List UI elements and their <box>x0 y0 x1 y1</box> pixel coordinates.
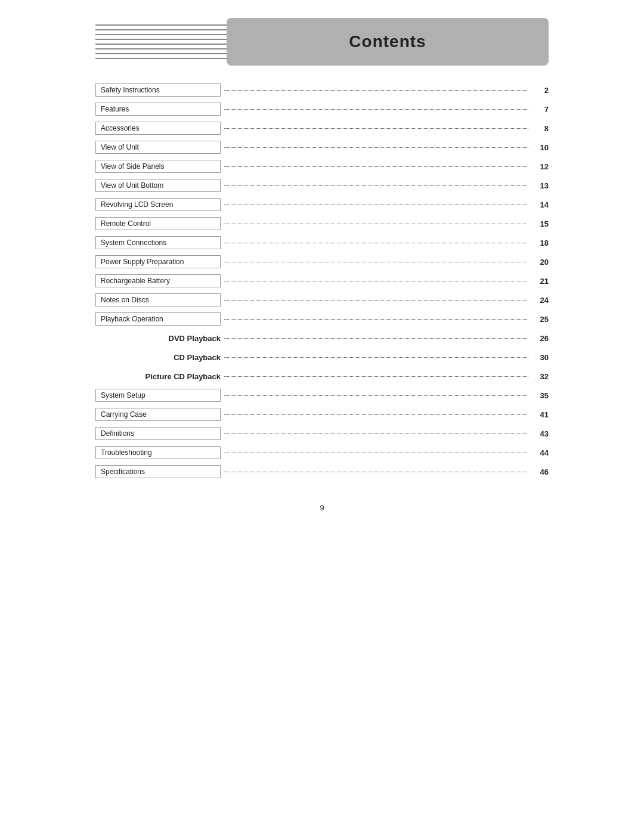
toc-page-number: 43 <box>532 429 549 438</box>
toc-row: Specifications ……………………………………………… 46 <box>95 464 549 479</box>
toc-dots: ……………………………………………… <box>224 205 528 205</box>
toc-page-number: 41 <box>532 410 549 419</box>
toc-row: View of Side Panels ……………………………………………… 1… <box>95 159 549 174</box>
toc-label[interactable]: Rechargeable Battery <box>95 274 221 287</box>
toc-row: Notes on Discs ……………………………………………… 24 <box>95 292 549 308</box>
toc-label[interactable]: Specifications <box>95 465 221 478</box>
toc-label[interactable]: Safety Instructions <box>95 83 221 97</box>
toc-page-number: 30 <box>532 353 549 362</box>
toc-row: Rechargeable Battery ……………………………………………… … <box>95 273 549 289</box>
toc-row: Remote Control ……………………………………………… 15 <box>95 216 549 231</box>
toc-dots: ……………………………………………… <box>224 109 528 110</box>
toc-dots: ……………………………………………… <box>224 414 528 415</box>
toc-label[interactable]: View of Side Panels <box>95 160 221 173</box>
page-title: Contents <box>349 32 426 51</box>
toc-row: System Connections ……………………………………………… 18 <box>95 235 549 250</box>
header-line-7 <box>95 53 227 54</box>
toc-dots: ……………………………………………… <box>224 262 528 262</box>
toc-row-sub: Picture CD Playback ……………………………………………… 3… <box>95 368 549 384</box>
toc-row: Definitions ……………………………………………… 43 <box>95 426 549 441</box>
toc-row: System Setup ……………………………………………… 35 <box>95 388 549 403</box>
toc-dots: ……………………………………………… <box>224 147 528 148</box>
toc-sub-label: Picture CD Playback <box>95 372 221 381</box>
toc-row: View of Unit ……………………………………………… 10 <box>95 140 549 155</box>
toc-page-number: 15 <box>532 219 549 228</box>
toc-label[interactable]: Features <box>95 103 221 116</box>
header-line-8 <box>95 58 227 59</box>
toc-dots: ……………………………………………… <box>224 338 528 339</box>
toc-page-number: 18 <box>532 239 549 247</box>
toc-row: Power Supply Preparation ………………………………………… <box>95 254 549 270</box>
toc-dots: ……………………………………………… <box>224 472 528 472</box>
toc-dots: ……………………………………………… <box>224 395 528 396</box>
toc-row: Troubleshooting ……………………………………………… 44 <box>95 445 549 460</box>
toc-dots: ……………………………………………… <box>224 185 528 186</box>
toc-label[interactable]: Notes on Discs <box>95 293 221 306</box>
toc-label[interactable]: Carrying Case <box>95 408 221 421</box>
toc-page-number: 26 <box>532 334 549 343</box>
toc-dots: ……………………………………………… <box>224 300 528 301</box>
toc-dots: ……………………………………………… <box>224 90 528 91</box>
toc-row: View of Unit Bottom ……………………………………………… 1… <box>95 178 549 193</box>
header-title-box: Contents <box>227 18 549 66</box>
toc-page-number: 20 <box>532 258 549 267</box>
toc-row: Safety Instructions ……………………………………………… 2 <box>95 82 549 98</box>
toc-dots: ……………………………………………… <box>224 433 528 434</box>
header-line-5 <box>95 44 227 45</box>
toc-label[interactable]: Power Supply Preparation <box>95 255 221 268</box>
toc-dots: ……………………………………………… <box>224 319 528 320</box>
header-line-1 <box>95 24 227 26</box>
toc-label[interactable]: Revolving LCD Screen <box>95 198 221 211</box>
toc-label[interactable]: View of Unit <box>95 141 221 154</box>
toc-label[interactable]: System Setup <box>95 389 221 402</box>
header-area: Contents <box>95 18 549 66</box>
toc-dots: ……………………………………………… <box>224 376 528 377</box>
page-number: 9 <box>95 503 549 512</box>
toc-label[interactable]: Playback Operation <box>95 312 221 326</box>
toc-label[interactable]: Remote Control <box>95 217 221 230</box>
toc-dots: ……………………………………………… <box>224 243 528 243</box>
toc-page-number: 35 <box>532 391 549 400</box>
page-container: Contents Safety Instructions ……………………………… <box>95 0 549 548</box>
toc-dots: ……………………………………………… <box>224 281 528 281</box>
header-lines <box>95 18 227 66</box>
toc-row: Revolving LCD Screen ……………………………………………… … <box>95 197 549 212</box>
toc-row-sub: DVD Playback ……………………………………………… 26 <box>95 330 549 346</box>
toc-page-number: 13 <box>532 181 549 190</box>
toc-page-number: 2 <box>532 86 549 95</box>
toc-page-number: 25 <box>532 315 549 324</box>
toc-page-number: 7 <box>532 105 549 114</box>
toc-dots: ……………………………………………… <box>224 453 528 453</box>
toc-page-number: 12 <box>532 162 549 171</box>
toc-row: Features ……………………………………………… 7 <box>95 101 549 117</box>
toc-page-number: 14 <box>532 200 549 209</box>
toc-label[interactable]: View of Unit Bottom <box>95 179 221 192</box>
toc-page-number: 46 <box>532 467 549 476</box>
toc-label[interactable]: System Connections <box>95 236 221 249</box>
toc-page-number: 24 <box>532 296 549 305</box>
toc-dots: ……………………………………………… <box>224 166 528 167</box>
toc-section: Safety Instructions ……………………………………………… 2… <box>95 82 549 479</box>
toc-dots: ……………………………………………… <box>224 224 528 224</box>
toc-page-number: 10 <box>532 143 549 152</box>
toc-row: Playback Operation ……………………………………………… 25 <box>95 311 549 327</box>
toc-label[interactable]: Accessories <box>95 122 221 135</box>
toc-sub-label: CD Playback <box>95 353 221 362</box>
toc-page-number: 32 <box>532 372 549 381</box>
toc-dots: ……………………………………………… <box>224 357 528 358</box>
toc-row: Carrying Case ……………………………………………… 41 <box>95 407 549 422</box>
toc-sub-label: DVD Playback <box>95 334 221 343</box>
toc-page-number: 8 <box>532 124 549 133</box>
header-line-2 <box>95 29 227 30</box>
toc-row-sub: CD Playback ……………………………………………… 30 <box>95 349 549 365</box>
header-line-4 <box>95 39 227 40</box>
toc-label[interactable]: Definitions <box>95 427 221 440</box>
toc-page-number: 44 <box>532 448 549 457</box>
header-line-3 <box>95 34 227 35</box>
toc-dots: ……………………………………………… <box>224 128 528 129</box>
header-line-6 <box>95 48 227 49</box>
toc-page-number: 21 <box>532 277 549 286</box>
toc-row: Accessories ……………………………………………… 8 <box>95 120 549 136</box>
toc-label[interactable]: Troubleshooting <box>95 446 221 459</box>
